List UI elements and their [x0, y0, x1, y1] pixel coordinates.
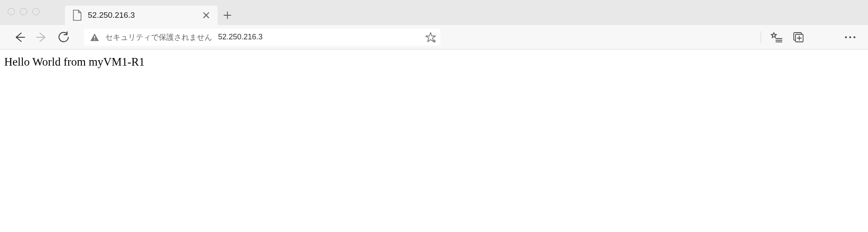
reload-button[interactable] [54, 28, 73, 47]
more-menu-icon[interactable] [841, 28, 860, 47]
page-body-text: Hello World from myVM1-R1 [4, 55, 145, 68]
page-icon [73, 10, 82, 21]
window-close-dot[interactable] [8, 8, 15, 15]
favorite-star-icon[interactable] [425, 32, 436, 43]
back-button[interactable] [10, 28, 29, 47]
toolbar: セキュリティで保護されません 52.250.216.3 [0, 25, 868, 50]
new-tab-button[interactable] [218, 6, 237, 25]
toolbar-separator [761, 31, 761, 43]
svg-point-5 [849, 36, 851, 38]
page-content: Hello World from myVM1-R1 [0, 50, 868, 75]
browser-tab[interactable]: 52.250.216.3 [65, 6, 218, 25]
close-tab-icon[interactable] [201, 10, 212, 21]
browser-chrome: 52.250.216.3 [0, 0, 868, 50]
tab-strip: 52.250.216.3 [0, 0, 868, 25]
svg-point-6 [854, 36, 856, 38]
window-minimize-dot[interactable] [20, 8, 27, 15]
svg-rect-0 [94, 36, 95, 39]
not-secure-icon [90, 33, 99, 41]
svg-rect-1 [94, 39, 95, 40]
forward-button[interactable] [32, 28, 51, 47]
window-controls [8, 0, 39, 25]
favorites-list-icon[interactable] [767, 28, 786, 47]
security-label: セキュリティで保護されません [105, 32, 212, 42]
window-zoom-dot[interactable] [32, 8, 39, 15]
address-bar[interactable]: セキュリティで保護されません 52.250.216.3 [84, 29, 440, 46]
address-url: 52.250.216.3 [218, 33, 263, 41]
collections-icon[interactable] [789, 28, 808, 47]
tab-title: 52.250.216.3 [88, 11, 195, 20]
svg-point-4 [845, 36, 847, 38]
